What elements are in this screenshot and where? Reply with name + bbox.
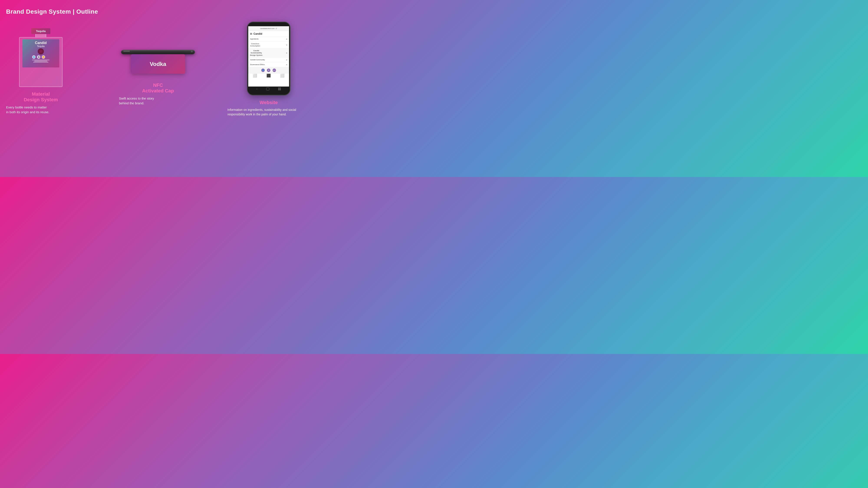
apps-dot-3 bbox=[278, 89, 279, 90]
globe-icon: 🌐 bbox=[32, 55, 36, 59]
phone-nav: Candid bbox=[248, 31, 289, 37]
phone-bottom-bar: 🌐 ♻ NFC bbox=[248, 67, 289, 73]
bottom-recycle-icon: ♻ bbox=[267, 69, 270, 72]
nav-brand: Candid bbox=[253, 32, 262, 35]
page-title: Brand Design System | Outline bbox=[6, 8, 98, 15]
menu-plus-ingredients: + bbox=[286, 38, 287, 40]
nfc-section: Vodka NFC Activated Cap Swift access to … bbox=[119, 28, 197, 106]
bottle-label: Candid Tequila 🌐 ♻ 📶 bbox=[22, 39, 59, 67]
bottle-cap: Tequila bbox=[31, 28, 51, 34]
menu-label-conscious: ConsciousConsumption bbox=[250, 43, 260, 47]
menu-label-governance: Governance Ethics bbox=[250, 64, 265, 66]
vodka-tag: Vodka bbox=[131, 54, 185, 74]
menu-item-ingredients[interactable]: Ingredients + bbox=[248, 37, 289, 42]
nfc-phone-wrapper: Vodka bbox=[119, 28, 197, 78]
url-text: candidalcohol.com bbox=[260, 28, 275, 30]
bottle-text-lines bbox=[32, 60, 50, 62]
bottle-type: Tequila bbox=[32, 45, 50, 47]
bottle-wrapper: Tequila Candid Tequila 🌐 ♻ 📶 bbox=[6, 28, 75, 87]
bottle-section-desc: Every bottle needs to matterin both its … bbox=[6, 105, 75, 115]
bottle-label-content: Candid Tequila 🌐 ♻ 📶 bbox=[32, 41, 50, 63]
menu-plus-governance: + bbox=[286, 64, 287, 66]
nfc-phone-flat bbox=[121, 50, 195, 54]
apps-dot-4 bbox=[280, 89, 281, 90]
phone-mockup: candidalcohol.com ↺ Candid Ingredients +… bbox=[247, 22, 290, 95]
bottom-icons-row: 🌐 ♻ NFC bbox=[261, 69, 276, 72]
bottom-globe-icon: 🌐 bbox=[261, 69, 265, 72]
bottle-body: Candid Tequila 🌐 ♻ 📶 bbox=[19, 37, 62, 87]
website-section: candidalcohol.com ↺ Candid Ingredients +… bbox=[227, 22, 310, 117]
vodka-label: Vodka bbox=[150, 61, 166, 67]
back-arrow[interactable]: ‹ bbox=[256, 88, 257, 91]
phone-url-bar: candidalcohol.com ↺ bbox=[248, 26, 289, 31]
text-line-1 bbox=[32, 60, 50, 60]
phone-notch bbox=[263, 22, 274, 25]
bottle-icons-row: 🌐 ♻ 📶 bbox=[32, 55, 50, 59]
nfc-section-title: NFC Activated Cap bbox=[119, 83, 197, 94]
bottle-circle bbox=[38, 48, 44, 55]
menu-label-ingredients: Ingredients bbox=[250, 38, 259, 40]
hamburger-icon[interactable] bbox=[250, 33, 252, 35]
menu-item-governance[interactable]: Governance Ethics + bbox=[248, 62, 289, 67]
menu-item-sustainability[interactable]: CandidSustainabilityDesign System + bbox=[248, 48, 289, 58]
phone-notch-top bbox=[248, 22, 290, 26]
menu-label-community: Candid Community bbox=[250, 59, 265, 61]
home-button[interactable] bbox=[266, 88, 269, 91]
apps-dot-1 bbox=[278, 88, 279, 89]
nfc-icon: 📶 bbox=[42, 55, 45, 59]
share-icon: ⬜ bbox=[253, 73, 257, 78]
hamburger-line-3 bbox=[250, 34, 252, 35]
phone-bottom-outer: ‹ bbox=[248, 87, 290, 91]
menu-plus-sustainability: + bbox=[286, 52, 287, 54]
menu-plus-conscious: + bbox=[286, 44, 287, 46]
phone-screen: candidalcohol.com ↺ Candid Ingredients +… bbox=[248, 26, 289, 87]
bottle-neck bbox=[35, 34, 46, 37]
website-section-title: Website bbox=[227, 100, 310, 105]
menu-item-conscious[interactable]: ConsciousConsumption + bbox=[248, 42, 289, 48]
phone-nav-row: ⬜ ⬛ ⬜ bbox=[248, 73, 289, 78]
apps-dot-2 bbox=[280, 88, 281, 89]
hamburger-line-1 bbox=[250, 33, 252, 33]
recycle-icon: ♻ bbox=[37, 55, 40, 59]
bottom-nfc-icon: NFC bbox=[273, 69, 276, 72]
website-section-desc: Information on ingredients, sustainabili… bbox=[227, 107, 310, 117]
tabs-icon: ⬛ bbox=[267, 73, 271, 78]
reload-icon: ↺ bbox=[275, 28, 277, 30]
bottle-section: Tequila Candid Tequila 🌐 ♻ 📶 bbox=[6, 28, 75, 115]
bottle-section-title: Material Design System bbox=[6, 91, 75, 103]
more-icon: ⬜ bbox=[280, 73, 284, 78]
nfc-section-desc: Swift access to the storybehind the bran… bbox=[119, 96, 197, 106]
text-line-2 bbox=[34, 61, 47, 61]
menu-plus-community: + bbox=[286, 59, 287, 61]
menu-label-sustainability: CandidSustainabilityDesign System bbox=[250, 50, 262, 56]
bottle-brand: Candid bbox=[32, 41, 50, 45]
apps-icon[interactable] bbox=[278, 88, 281, 90]
hamburger-line-2 bbox=[250, 34, 252, 34]
menu-item-community[interactable]: Candid Community + bbox=[248, 58, 289, 62]
text-line-3 bbox=[33, 62, 49, 62]
